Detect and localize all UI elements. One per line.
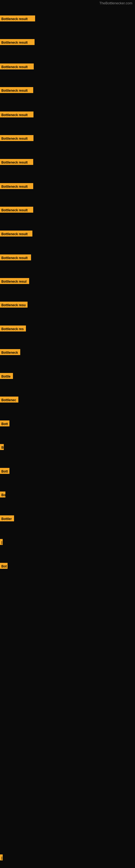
bottleneck-result-label: Bottleneck result [0, 87, 33, 93]
bottleneck-result-label: Bottleneck result [0, 207, 33, 213]
bottleneck-result-label: B [0, 444, 4, 450]
bottleneck-result-label: Bottlenec [0, 397, 18, 403]
bottleneck-result-label: Bottle [0, 373, 13, 379]
bottleneck-result-label: Bottleneck result [0, 159, 33, 165]
bottleneck-result-label: Bott [0, 468, 9, 474]
bottleneck-result-label: Bottleneck result [0, 254, 31, 260]
bottleneck-result-label: Bottleneck [0, 349, 20, 355]
bottleneck-result-label: Bottleneck result [0, 16, 35, 22]
bottleneck-result-label: Bott [0, 421, 9, 426]
bottleneck-result-label: | [0, 855, 3, 860]
bottleneck-result-label: Bottleneck res [0, 326, 26, 332]
bottleneck-result-label: Bottleneck result [0, 230, 32, 237]
bottleneck-result-label: Bottleneck result [0, 183, 33, 189]
bottleneck-result-label: Bottleneck result [0, 39, 35, 45]
bottleneck-result-label: Bo [0, 492, 5, 497]
bottleneck-result-label: Bottleneck result [0, 112, 34, 118]
bottleneck-result-label: Bot [0, 563, 8, 569]
bottleneck-result-label: Bottleneck result [0, 63, 34, 69]
bottleneck-result-label: Bottleneck resu [0, 302, 28, 308]
bottleneck-result-label: Bottler [0, 516, 14, 521]
bottleneck-result-label: Bottleneck resul [0, 278, 29, 284]
bottleneck-result-label: | [0, 539, 3, 545]
bottleneck-result-label: Bottleneck result [0, 135, 34, 141]
site-title: TheBottlenecker.com [99, 1, 132, 5]
